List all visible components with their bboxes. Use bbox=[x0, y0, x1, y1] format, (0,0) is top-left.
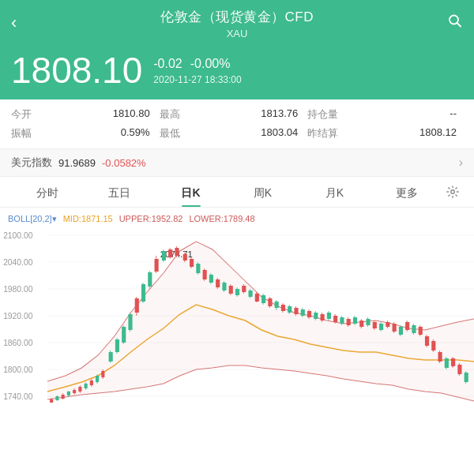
tab-rik[interactable]: 日K bbox=[155, 183, 227, 204]
price-datetime: 2020-11-27 18:33:00 bbox=[153, 74, 241, 85]
svg-rect-42 bbox=[122, 327, 126, 343]
svg-rect-63 bbox=[190, 259, 194, 267]
svg-text:2100.00: 2100.00 bbox=[3, 231, 33, 240]
svg-rect-32 bbox=[90, 380, 93, 385]
svg-rect-22 bbox=[62, 395, 65, 399]
svg-rect-99 bbox=[307, 311, 311, 317]
svg-rect-103 bbox=[321, 314, 325, 320]
svg-rect-79 bbox=[242, 286, 246, 292]
svg-rect-44 bbox=[128, 314, 132, 330]
svg-point-2 bbox=[451, 189, 455, 193]
tab-zhouk[interactable]: 周K bbox=[227, 183, 299, 204]
svg-text:1740.00: 1740.00 bbox=[3, 392, 33, 401]
low-value: 1803.04 bbox=[183, 126, 305, 141]
svg-rect-123 bbox=[386, 322, 389, 327]
svg-rect-40 bbox=[115, 339, 119, 352]
svg-rect-135 bbox=[425, 336, 429, 346]
tab-more[interactable]: 更多 bbox=[371, 183, 442, 204]
svg-rect-107 bbox=[333, 316, 337, 322]
svg-rect-89 bbox=[275, 302, 279, 308]
svg-rect-83 bbox=[255, 294, 259, 302]
svg-text:1920.00: 1920.00 bbox=[3, 312, 33, 320]
svg-rect-71 bbox=[216, 279, 220, 287]
svg-rect-24 bbox=[67, 392, 70, 395]
svg-rect-81 bbox=[248, 290, 252, 297]
boll-indicator: BOLL[20,2]▾ MID:1871.15 UPPER:1952.82 LO… bbox=[0, 212, 474, 227]
svg-rect-121 bbox=[379, 324, 383, 330]
svg-text:2040.00: 2040.00 bbox=[3, 258, 33, 267]
svg-text:1800.00: 1800.00 bbox=[3, 365, 33, 374]
svg-rect-113 bbox=[353, 317, 357, 324]
svg-rect-125 bbox=[393, 324, 397, 332]
svg-rect-85 bbox=[261, 295, 265, 303]
svg-rect-101 bbox=[314, 313, 318, 319]
open-label: 今开 bbox=[11, 107, 32, 122]
svg-rect-57 bbox=[168, 249, 172, 257]
price-change-pct: -0.00% bbox=[190, 57, 231, 71]
high-label: 最高 bbox=[160, 107, 180, 122]
svg-rect-36 bbox=[101, 371, 104, 377]
svg-rect-61 bbox=[183, 254, 187, 260]
prev-close-value: 1808.12 bbox=[341, 126, 463, 141]
svg-rect-117 bbox=[366, 319, 370, 325]
price-changes: -0.02 -0.00% 2020-11-27 18:33:00 bbox=[153, 52, 241, 85]
svg-rect-18 bbox=[50, 399, 53, 403]
boll-mid: MID:1871.15 bbox=[63, 214, 113, 224]
settings-icon[interactable] bbox=[442, 185, 463, 203]
svg-rect-111 bbox=[347, 319, 351, 325]
svg-rect-34 bbox=[96, 376, 99, 382]
svg-rect-115 bbox=[359, 320, 363, 327]
svg-rect-91 bbox=[281, 305, 285, 311]
usd-change: -0.0582% bbox=[102, 157, 146, 169]
open-value: 1810.80 bbox=[35, 107, 156, 122]
svg-text:1980.00: 1980.00 bbox=[3, 285, 33, 294]
svg-rect-73 bbox=[222, 283, 226, 290]
svg-rect-139 bbox=[438, 352, 442, 362]
svg-rect-137 bbox=[431, 341, 435, 350]
svg-rect-50 bbox=[148, 272, 152, 287]
chevron-right-icon: › bbox=[459, 156, 463, 170]
high-value: 1813.76 bbox=[183, 107, 305, 122]
amplitude-value: 0.59% bbox=[35, 126, 156, 141]
svg-rect-46 bbox=[135, 298, 139, 313]
header: ‹ 伦敦金（现货黄金）CFD XAU bbox=[0, 0, 474, 46]
svg-rect-109 bbox=[340, 317, 344, 324]
amplitude-label: 振幅 bbox=[11, 126, 32, 141]
svg-rect-38 bbox=[109, 352, 113, 362]
page-subtitle: XAU bbox=[13, 28, 461, 39]
tab-yuek[interactable]: 月K bbox=[299, 183, 371, 204]
svg-rect-119 bbox=[373, 322, 377, 328]
tab-wuri[interactable]: 五日 bbox=[83, 183, 155, 204]
svg-rect-28 bbox=[78, 387, 81, 392]
svg-rect-147 bbox=[465, 373, 468, 382]
svg-rect-95 bbox=[294, 308, 298, 314]
svg-rect-97 bbox=[301, 309, 305, 316]
boll-upper: UPPER:1952.82 bbox=[119, 214, 183, 224]
svg-rect-131 bbox=[412, 325, 416, 333]
position-value: -- bbox=[341, 107, 463, 122]
svg-rect-48 bbox=[141, 284, 145, 302]
usd-bar[interactable]: 美元指数 91.9689 -0.0582% › bbox=[0, 148, 474, 177]
svg-line-1 bbox=[457, 23, 461, 27]
svg-rect-77 bbox=[235, 289, 239, 295]
candlestick-chart: 2100.00 2040.00 1980.00 1920.00 1860.00 … bbox=[0, 227, 474, 421]
boll-lower: LOWER:1789.48 bbox=[189, 214, 254, 224]
svg-text:1860.00: 1860.00 bbox=[3, 339, 33, 347]
svg-rect-30 bbox=[85, 384, 88, 388]
svg-rect-127 bbox=[399, 327, 403, 335]
price-section: 1808.10 -0.02 -0.00% 2020-11-27 18:33:00 bbox=[0, 46, 474, 99]
tab-fenshi[interactable]: 分时 bbox=[11, 183, 83, 204]
svg-rect-65 bbox=[196, 264, 200, 273]
svg-rect-93 bbox=[288, 306, 292, 313]
svg-rect-87 bbox=[268, 298, 272, 306]
position-label: 持仓量 bbox=[307, 107, 338, 122]
svg-rect-59 bbox=[175, 248, 179, 256]
search-button[interactable] bbox=[447, 13, 463, 33]
svg-rect-129 bbox=[405, 322, 409, 330]
svg-rect-145 bbox=[457, 365, 461, 374]
page-title: 伦敦金（现货黄金）CFD bbox=[13, 8, 461, 26]
svg-rect-67 bbox=[203, 270, 207, 279]
chart-area: BOLL[20,2]▾ MID:1871.15 UPPER:1952.82 LO… bbox=[0, 208, 474, 429]
prev-close-label: 昨结算 bbox=[307, 126, 338, 141]
tabs-section: 分时 五日 日K 周K 月K 更多 bbox=[0, 177, 474, 208]
